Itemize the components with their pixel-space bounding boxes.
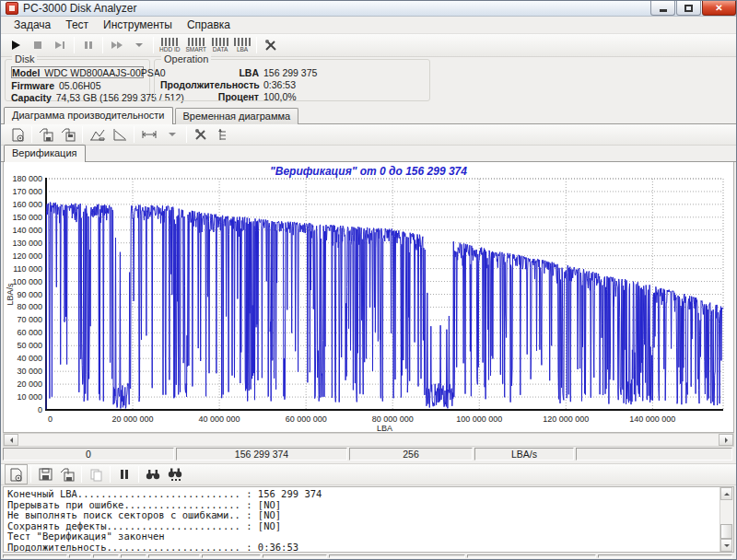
pause-log-button[interactable] xyxy=(113,464,135,484)
menu-task[interactable]: Задача xyxy=(6,17,58,33)
operation-duration-row: Продолжительность 0:36:53 xyxy=(160,78,424,90)
status-start-lba: 0 xyxy=(3,448,174,461)
log-line: Не выполнять поиск секторов с ошибками..… xyxy=(7,510,719,521)
y-tick-label: 60 000 xyxy=(17,328,42,337)
save-diagram-button[interactable] xyxy=(35,124,57,145)
range-select-button[interactable] xyxy=(137,124,161,145)
x-tick-label: 140 000 000 xyxy=(629,414,675,424)
v-scrollbar-thumb[interactable] xyxy=(720,524,732,539)
tab-performance-diagram[interactable]: Диаграмма производительности xyxy=(4,107,173,124)
operation-panel-caption: Operation xyxy=(161,53,211,64)
title-bar: PC-3000 Disk Analyzer ✕ xyxy=(1,1,736,17)
find-button[interactable] xyxy=(142,464,164,484)
lba-icon xyxy=(234,38,251,46)
start-button[interactable] xyxy=(5,35,27,55)
log-line: Конечный LBA............................… xyxy=(7,489,719,500)
copy-button[interactable] xyxy=(85,464,107,484)
minimize-icon xyxy=(660,9,667,12)
scroll-left-button[interactable] xyxy=(4,434,18,446)
menu-tools[interactable]: Инструменты xyxy=(96,17,180,33)
stop-button[interactable] xyxy=(27,35,49,55)
status-units: LBA/s xyxy=(474,448,574,461)
pause-icon xyxy=(119,469,130,480)
arrow-left-icon xyxy=(7,438,13,443)
x-tick-label: 20 000 000 xyxy=(112,414,154,424)
scroll-down-button[interactable] xyxy=(720,539,732,552)
status-cell xyxy=(598,554,732,558)
v-scrollbar-track[interactable] xyxy=(720,500,733,539)
y-tick-label: 100 000 xyxy=(12,277,42,286)
chart-panel: "Верификация" от 0 до 156 299 374 010 00… xyxy=(3,162,734,433)
chart-ruler-icon xyxy=(89,128,105,141)
sort-order-button[interactable] xyxy=(212,124,234,145)
report-settings-button[interactable] xyxy=(6,124,29,145)
menu-test[interactable]: Тест xyxy=(58,17,96,33)
verification-chart[interactable]: 010 00020 00030 00040 00050 00060 00070 … xyxy=(4,162,735,431)
save-log-button[interactable] xyxy=(34,464,56,484)
y-tick-label: 110 000 xyxy=(13,264,42,274)
tab-time-diagram[interactable]: Временная диаграмма xyxy=(175,108,299,124)
status-cell xyxy=(202,554,261,558)
fast-forward-dropdown[interactable] xyxy=(128,35,150,55)
step-button[interactable] xyxy=(49,35,71,55)
pause-button[interactable] xyxy=(77,35,99,55)
log-v-scrollbar[interactable] xyxy=(719,487,733,552)
chevron-down-icon xyxy=(169,132,176,137)
tab-verification[interactable]: Верификация xyxy=(4,145,86,162)
diagram-scale-button[interactable] xyxy=(86,124,109,145)
capacity-label: Capacity xyxy=(11,92,56,103)
line-style-button[interactable] xyxy=(109,124,131,145)
binoculars-next-icon xyxy=(168,468,182,481)
log-toolbar xyxy=(1,463,736,485)
firmware-value: 05.06H05 xyxy=(59,80,101,91)
chart-title: "Верификация" от 0 до 156 299 374 xyxy=(4,165,733,178)
y-tick-label: 170 000 xyxy=(12,187,42,196)
status-cell xyxy=(148,554,200,558)
scroll-up-button[interactable] xyxy=(720,487,732,500)
disk-panel-caption: Disk xyxy=(12,53,37,64)
x-tick-label: 0 xyxy=(48,414,53,424)
h-scrollbar-track[interactable] xyxy=(18,434,719,446)
y-tick-label: 120 000 xyxy=(12,251,42,261)
info-panels: Disk Model WDC WD800AAJS-00PSA0 Firmware… xyxy=(1,57,736,105)
app-window: PC-3000 Disk Analyzer ✕ Задача Тест Инст… xyxy=(0,0,737,560)
maximize-icon xyxy=(684,5,693,12)
scroll-right-button[interactable] xyxy=(719,434,733,446)
minimize-button[interactable] xyxy=(650,1,675,16)
fast-forward-button[interactable] xyxy=(106,35,128,55)
firmware-label: Firmware xyxy=(11,80,59,91)
page-gear-icon xyxy=(9,468,23,482)
y-tick-label: 160 000 xyxy=(12,200,42,209)
lba-button[interactable]: LBA xyxy=(231,34,253,56)
load-diagram-button[interactable] xyxy=(57,124,79,145)
log-line: Тест "Верификация" закончен xyxy=(7,531,719,542)
utilities-button[interactable] xyxy=(260,35,282,55)
diagram-tabbar: Диаграмма производительности Временная д… xyxy=(1,107,736,124)
save-log-as-button[interactable] xyxy=(56,464,78,484)
maximize-button[interactable] xyxy=(676,1,701,16)
close-button[interactable]: ✕ xyxy=(702,1,736,16)
app-icon xyxy=(6,2,18,15)
y-tick-label: 90 000 xyxy=(17,290,42,299)
find-next-button[interactable] xyxy=(164,464,186,484)
menu-help[interactable]: Справка xyxy=(180,17,238,33)
status-cell xyxy=(69,554,91,558)
status-cell xyxy=(93,554,119,558)
chevron-down-icon xyxy=(135,42,143,48)
y-tick-label: 150 000 xyxy=(12,213,42,222)
model-label: Model xyxy=(12,67,44,78)
chart-h-scrollbar[interactable] xyxy=(3,433,734,447)
x-tick-label: 100 000 000 xyxy=(456,414,502,424)
range-dropdown[interactable] xyxy=(161,124,183,145)
log-output[interactable]: Конечный LBA............................… xyxy=(4,487,719,552)
window-title: PC-3000 Disk Analyzer xyxy=(23,2,136,15)
data-button[interactable]: DATA xyxy=(209,34,231,56)
diagram-toolbar xyxy=(1,124,736,146)
percent-value: 100,0% xyxy=(263,91,297,102)
log-report-button[interactable] xyxy=(5,464,28,484)
test-settings-button[interactable] xyxy=(190,124,212,145)
play-icon xyxy=(10,40,21,51)
x-tick-label: 120 000 000 xyxy=(543,414,589,424)
lba-value: 156 299 375 xyxy=(263,67,317,78)
x-tick-label: 80 000 000 xyxy=(372,414,414,424)
